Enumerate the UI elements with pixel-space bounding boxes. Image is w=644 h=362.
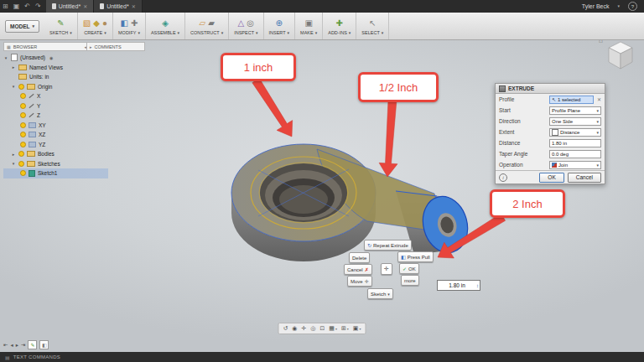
visibility-bulb-icon[interactable] bbox=[18, 161, 24, 167]
app-menu-icon[interactable]: ⊞ bbox=[0, 0, 11, 13]
distance-input[interactable]: 1.80 in bbox=[549, 139, 601, 147]
delete-button[interactable]: Delete bbox=[349, 252, 370, 263]
create-sphere-icon[interactable]: ● bbox=[102, 18, 107, 28]
taper-angle-input[interactable]: 0.0 deg bbox=[549, 150, 601, 158]
browser-item-x-axis[interactable]: X bbox=[3, 91, 108, 101]
timeline-feature-sketch[interactable]: ✎ bbox=[28, 340, 37, 349]
move-button[interactable]: Move ✛ bbox=[347, 276, 372, 287]
assemble-icon[interactable]: ◈ bbox=[162, 18, 169, 28]
browser-item-y-axis[interactable]: Y bbox=[3, 101, 108, 111]
dimension-value[interactable]: 1.80 in bbox=[438, 282, 476, 288]
status-bar[interactable]: ▤ TEXT COMMANDS bbox=[0, 352, 644, 362]
ok-button[interactable]: ✓ OK bbox=[399, 263, 419, 274]
pan-button[interactable]: ✛ bbox=[301, 325, 306, 332]
sketch-icon[interactable]: ✎ bbox=[57, 18, 64, 28]
construct-plane-icon[interactable]: ▱ bbox=[199, 18, 205, 28]
cancel-button[interactable]: Cancel bbox=[568, 173, 601, 183]
ok-button[interactable]: OK bbox=[539, 173, 564, 183]
cancel-button[interactable]: Cancel ✗ bbox=[344, 264, 372, 275]
browser-item-sketch1[interactable]: Sketch1 bbox=[3, 168, 108, 178]
make-icon[interactable]: ▣ bbox=[304, 18, 312, 28]
press-pull-button[interactable]: ◧ Press Pull bbox=[397, 251, 434, 262]
comments-panel-header[interactable]: ▸ COMMENTS bbox=[86, 42, 145, 51]
visibility-bulb-icon[interactable] bbox=[20, 132, 26, 137]
user-menu-caret-icon[interactable]: ▾ bbox=[615, 0, 622, 13]
visibility-bulb-icon[interactable] bbox=[20, 103, 26, 109]
extent-dropdown[interactable]: Distance ▾ bbox=[549, 128, 601, 137]
expand-icon[interactable]: ▸ bbox=[11, 65, 16, 70]
save-icon[interactable]: ▣ bbox=[11, 0, 23, 13]
visibility-bulb-icon[interactable] bbox=[18, 151, 24, 157]
direction-dropdown[interactable]: One Side ▾ bbox=[549, 117, 601, 126]
view-cube[interactable]: ⌂ bbox=[600, 37, 639, 74]
visibility-bulb-icon[interactable] bbox=[20, 93, 26, 99]
addins-icon[interactable]: ✚ bbox=[336, 18, 343, 28]
orbit-button[interactable]: ↺ bbox=[283, 325, 288, 332]
ribbon-group-sketch[interactable]: ✎ SKETCH▾ bbox=[44, 13, 78, 39]
expand-icon[interactable]: ▾ bbox=[11, 84, 16, 89]
view-cube-graphic[interactable] bbox=[600, 37, 639, 74]
document-tab-1[interactable]: Untitled* ✕ bbox=[46, 0, 95, 13]
ribbon-group-select[interactable]: ↖ SELECT▾ bbox=[356, 13, 389, 39]
start-dropdown[interactable]: Profile Plane ▾ bbox=[549, 106, 601, 115]
dimension-input[interactable]: 1.80 in ↕ bbox=[437, 280, 480, 291]
visibility-bulb-icon[interactable] bbox=[20, 122, 26, 128]
expand-icon[interactable]: ▸ bbox=[11, 152, 16, 157]
close-tab-icon[interactable]: ✕ bbox=[132, 3, 136, 9]
operation-dropdown[interactable]: Join ▾ bbox=[549, 161, 601, 169]
grid-settings-button[interactable]: ⊞ ▾ bbox=[341, 325, 349, 332]
browser-panel-header[interactable]: ▦ BROWSER ◂ bbox=[3, 42, 90, 51]
measure-icon[interactable]: △ bbox=[238, 18, 245, 28]
browser-item-units[interactable]: Units: in bbox=[3, 72, 108, 82]
ribbon-group-make[interactable]: ▣ MAKE▾ bbox=[295, 13, 323, 39]
browser-item-z-axis[interactable]: Z bbox=[3, 111, 108, 121]
display-settings-button[interactable]: ▦ ▾ bbox=[329, 325, 337, 332]
info-icon[interactable]: i bbox=[499, 173, 507, 182]
ribbon-group-assemble[interactable]: ◈ ASSEMBLE▾ bbox=[146, 13, 185, 39]
browser-item-named-views[interactable]: ▸ Named Views bbox=[3, 63, 108, 73]
expand-icon[interactable]: ▾ bbox=[11, 161, 16, 166]
ribbon-group-create[interactable]: ▧ ◆ ● CREATE▾ bbox=[78, 13, 113, 39]
ribbon-group-construct[interactable]: ▱ ▰ CONSTRUCT▾ bbox=[185, 13, 229, 39]
visibility-eye-icon[interactable]: ◉ bbox=[49, 55, 53, 60]
extrude-dialog-header[interactable]: EXTRUDE bbox=[496, 84, 605, 94]
ribbon-group-modify[interactable]: ◧ ✚ MODIFY▾ bbox=[113, 13, 146, 39]
expand-icon[interactable]: ▾ bbox=[3, 55, 8, 60]
go-to-start-button[interactable]: ⇤ bbox=[3, 342, 8, 349]
browser-item-yz-plane[interactable]: YZ bbox=[3, 140, 108, 150]
visibility-bulb-icon[interactable] bbox=[20, 112, 26, 118]
play-button[interactable]: ▸ bbox=[16, 342, 18, 349]
visibility-bulb-icon[interactable] bbox=[18, 84, 24, 90]
fillet-icon[interactable]: ✚ bbox=[131, 18, 138, 28]
look-at-button[interactable]: ◉ bbox=[292, 325, 297, 332]
step-back-button[interactable]: ◂ bbox=[10, 342, 13, 349]
browser-item-origin[interactable]: ▾ Origin bbox=[3, 82, 108, 92]
redo-icon[interactable]: ↷ bbox=[33, 0, 44, 13]
insert-icon[interactable]: ⊕ bbox=[276, 18, 283, 28]
ribbon-group-insert[interactable]: ⊕ INSERT▾ bbox=[264, 13, 296, 39]
create-cylinder-icon[interactable]: ◆ bbox=[93, 18, 100, 28]
timeline-feature-extrude[interactable]: ◧ bbox=[39, 340, 49, 349]
select-cursor-icon[interactable]: ↖ bbox=[369, 18, 376, 28]
ribbon-group-addins[interactable]: ✚ ADD-INS▾ bbox=[323, 13, 356, 39]
workspace-selector[interactable]: MODEL ▾ bbox=[5, 20, 39, 33]
go-to-end-button[interactable]: ⇥ bbox=[21, 342, 25, 349]
visibility-bulb-icon[interactable] bbox=[20, 142, 26, 147]
ribbon-group-inspect[interactable]: △ ◎ INSPECT▾ bbox=[229, 13, 263, 39]
construct-axis-icon[interactable]: ▰ bbox=[208, 18, 215, 28]
viewports-button[interactable]: ▣ ▾ bbox=[353, 325, 361, 332]
visibility-bulb-icon[interactable] bbox=[20, 170, 26, 176]
browser-item-xy-plane[interactable]: XY bbox=[3, 121, 108, 131]
close-tab-icon[interactable]: ✕ bbox=[83, 3, 87, 9]
browser-item-document[interactable]: ▾ (Unsaved) ◉ bbox=[3, 53, 108, 63]
drag-handle-icon[interactable]: ↕ bbox=[476, 283, 480, 288]
browser-item-bodies[interactable]: ▸ Bodies bbox=[3, 149, 108, 159]
expand-icon[interactable]: ▸ bbox=[90, 44, 92, 49]
zoom-button[interactable]: ◎ bbox=[310, 325, 315, 332]
profile-selection-chip[interactable]: ↖ 1 selected bbox=[549, 96, 594, 104]
undo-icon[interactable]: ↶ bbox=[22, 0, 33, 13]
help-icon[interactable]: ? bbox=[628, 2, 637, 11]
create-box-icon[interactable]: ▧ bbox=[83, 18, 91, 28]
fit-button[interactable]: ⊡ bbox=[319, 325, 325, 332]
browser-item-sketches[interactable]: ▾ Sketches bbox=[3, 159, 108, 169]
